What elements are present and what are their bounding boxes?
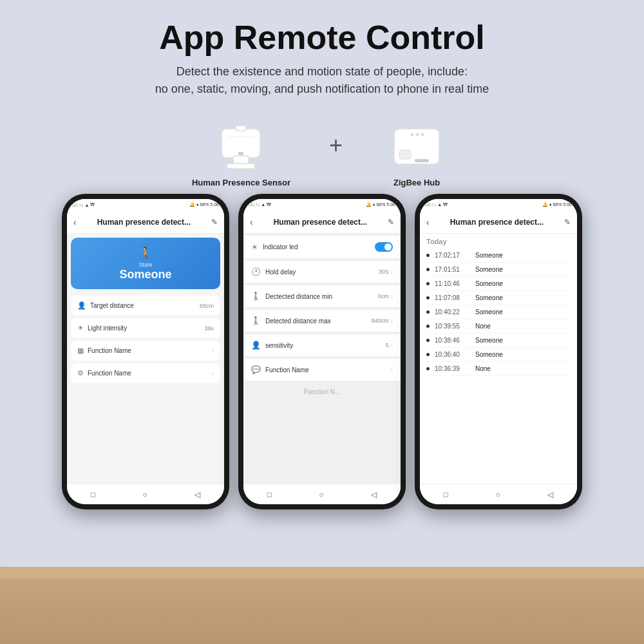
subtitle: Detect the existence and motion state of… [39,63,605,98]
history-item: 10:36:40 Someone [426,348,571,362]
history-state: Someone [475,308,503,316]
svg-rect-2 [227,164,255,169]
back-nav-btn[interactable]: ◁ [371,490,377,499]
circle-nav-btn[interactable]: ○ [143,490,147,499]
setting-label: Detected distance max [265,317,331,325]
edit-icon[interactable]: ✎ [388,218,394,227]
hub-image [381,116,452,174]
chat-icon: 💬 [251,365,261,374]
phone-3-app-header: ‹ Human presence detect... ✎ [420,211,577,234]
item-label: Function Name [88,347,131,354]
home-nav-btn[interactable]: □ [91,490,95,499]
settings-item[interactable]: 🚶 Dectected distance min 0cm › [243,285,401,308]
phone-1-list: 👤 Target distance 65cm ☀ Ligh [67,293,224,484]
hub-label: ZigBee Hub [393,178,440,187]
state-card: 🚶 State Someone [71,238,220,289]
item-label: Light intensity [88,325,127,332]
walk-icon: 🚶 [251,316,261,325]
hub-device: ZigBee Hub [381,116,452,187]
home-nav-btn[interactable]: □ [444,490,448,499]
chevron-icon: › [391,317,393,325]
history-item: 10:36:39 None [426,362,571,376]
edit-icon[interactable]: ✎ [564,218,571,227]
history-dot [426,339,430,342]
back-nav-btn[interactable]: ◁ [547,490,553,499]
person-icon: 👤 [77,301,86,310]
phone-2-nav: □ ○ ◁ [243,484,401,504]
gear-icon: ⚙ [77,369,84,377]
item-label: Function Name [88,370,131,377]
phone-1-status-bar: □□ ↑↓ ▲ ₩ 🔔 ♦ 68% 5:06 [67,199,224,211]
history-dot [426,367,430,370]
clock-icon: 🕐 [251,267,261,276]
back-nav-btn[interactable]: ◁ [194,490,200,499]
settings-item[interactable]: 👤 sensitivity 5 › [243,334,401,357]
chevron-icon: › [391,342,393,349]
phone-1-screen: □□ ↑↓ ▲ ₩ 🔔 ♦ 68% 5:06 ‹ Human presence … [67,199,224,504]
home-nav-btn[interactable]: □ [267,490,272,499]
phones-section: □□ ↑↓ ▲ ₩ 🔔 ♦ 68% 5:06 ‹ Human presence … [0,194,644,509]
header-section: App Remote Control Detect the existence … [0,0,644,104]
sun-icon: ☀ [251,243,258,252]
history-time: 10:38:46 [435,337,470,344]
settings-item[interactable]: 💬 Function Name › [243,359,401,381]
devices-section: Human Presence Sensor + ZigBee Hub [0,116,644,187]
history-section-title: Today [426,238,571,245]
edit-icon[interactable]: ✎ [211,218,218,227]
history-dot [426,296,430,299]
sensor-label: Human Presence Sensor [192,178,290,187]
toggle-indicator-led[interactable] [375,242,393,252]
sensor-device: Human Presence Sensor [192,116,290,187]
table-surface [0,567,644,644]
history-state: None [475,365,491,372]
list-item: 👤 Target distance 65cm [71,296,220,316]
page-title: App Remote Control [39,18,605,57]
phone-1-app-header: ‹ Human presence detect... ✎ [67,211,224,234]
history-item: 11:07:08 Someone [426,291,571,305]
list-item: ☀ Light intensity 39x [71,318,220,338]
svg-rect-11 [415,159,429,162]
history-time: 11:10:46 [435,280,470,287]
phone-2-outer: □□ ↑↓ ▲ ₩ 🔔 ♦ 68% 5:06 ‹ Human presence … [238,194,406,509]
list-item[interactable]: ▦ Function Name › [71,341,220,361]
history-time: 17:01:51 [435,266,470,273]
history-state: None [475,323,491,330]
history-state: Someone [475,280,503,287]
history-state: Someone [475,337,503,344]
walk-icon: 🚶 [251,292,261,301]
phone-2-screen: □□ ↑↓ ▲ ₩ 🔔 ♦ 68% 5:06 ‹ Human presence … [243,199,401,504]
svg-rect-10 [399,150,411,159]
setting-label: Indicator led [263,243,298,251]
svg-rect-3 [236,126,246,131]
settings-item[interactable]: 🕐 Hold delay 30S › [243,261,401,283]
history-item: 11:10:46 Someone [426,277,571,291]
phone-3-title: Human presence detect... [430,218,564,227]
history-dot [426,268,430,271]
settings-item: ☀ Indicator led [243,236,401,259]
phone-1-nav: □ ○ ◁ [67,484,224,504]
phone-3: □□ ↑↓ ▲ ₩ 🔔 ♦ 68% 5:06 ‹ Human presence … [415,194,582,509]
item-label: Target distance [90,302,134,309]
setting-label: Function Name [265,366,309,374]
phone-3-outer: □□ ↑↓ ▲ ₩ 🔔 ♦ 68% 5:06 ‹ Human presence … [415,194,582,509]
sun-icon: ☀ [77,324,84,332]
history-item: 10:39:55 None [426,319,571,334]
chevron-icon: › [212,347,214,354]
history-dot [426,353,430,356]
phone-1-outer: □□ ↑↓ ▲ ₩ 🔔 ♦ 68% 5:06 ‹ Human presence … [62,194,229,509]
settings-item[interactable]: 🚶 Detected distance max 840cm › [243,310,401,332]
svg-point-7 [411,133,414,137]
history-state: Someone [475,252,503,259]
history-state: Someone [475,294,503,301]
phone-1: □□ ↑↓ ▲ ₩ 🔔 ♦ 68% 5:06 ‹ Human presence … [62,194,229,509]
history-time: 17:02:17 [435,252,470,259]
svg-point-9 [421,133,424,137]
circle-nav-btn[interactable]: ○ [496,490,500,499]
history-time: 10:36:40 [435,351,470,358]
circle-nav-btn[interactable]: ○ [319,490,324,499]
history-item: 17:02:17 Someone [426,249,571,263]
setting-label: Hold delay [265,269,296,276]
list-item[interactable]: ⚙ Function Name › [71,363,220,383]
phone-3-status-bar: □□ ↑↓ ▲ ₩ 🔔 ♦ 68% 5:06 [420,199,577,211]
chevron-icon: › [391,269,393,276]
